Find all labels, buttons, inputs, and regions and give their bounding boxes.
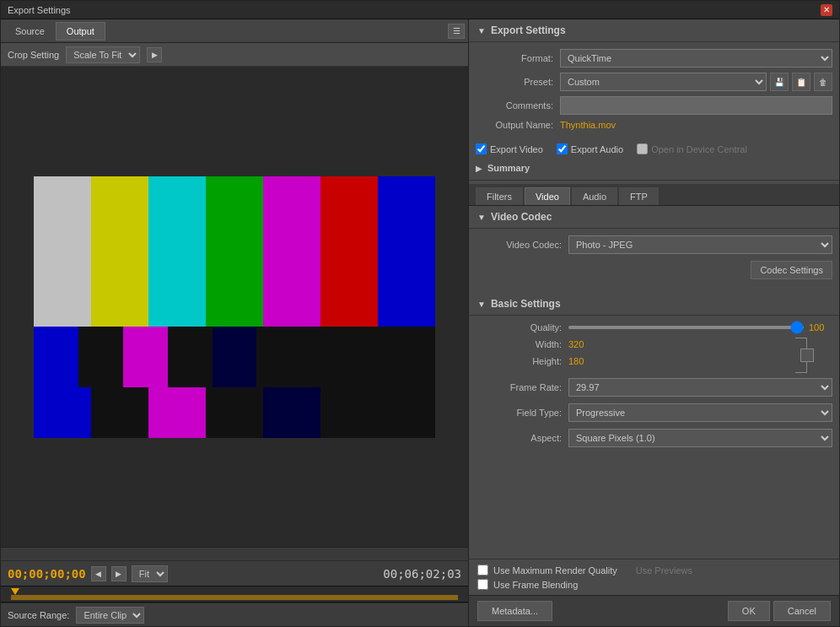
preview-area xyxy=(1,67,468,547)
video-codec-label: Video Codec: xyxy=(476,240,568,250)
max-render-input[interactable] xyxy=(477,565,488,576)
basic-settings-section-header[interactable]: ▼ Basic Settings xyxy=(469,293,839,316)
preset-label: Preset: xyxy=(476,77,560,87)
height-value[interactable]: 180 xyxy=(568,356,584,366)
preset-select[interactable]: Custom xyxy=(560,73,767,91)
video-codec-section-header[interactable]: ▼ Video Codec xyxy=(469,206,839,229)
preset-control: Custom 💾 📋 🗑 xyxy=(560,73,832,91)
tab-audio[interactable]: Audio xyxy=(572,187,617,205)
bar-b3 xyxy=(123,327,168,386)
bar-vb-combo xyxy=(263,387,320,438)
close-button[interactable]: ✕ xyxy=(821,4,832,16)
basic-settings-content: Quality: 100 Width: 320 xyxy=(469,316,839,461)
format-select[interactable]: QuickTime xyxy=(560,49,832,68)
summary-section[interactable]: ▶ Summary xyxy=(469,159,839,176)
tab-source[interactable]: Source xyxy=(4,22,56,41)
summary-label: Summary xyxy=(487,163,530,173)
output-name-value[interactable]: Thynthia.mov xyxy=(560,120,616,130)
bar-b2 xyxy=(78,327,123,386)
crop-bar: Crop Setting Scale To Fit ▶ xyxy=(1,43,468,67)
playhead-bar[interactable] xyxy=(1,586,468,603)
video-codec-arrow: ▼ xyxy=(477,213,486,222)
right-panel: ▼ Export Settings Format: QuickTime xyxy=(469,19,839,626)
source-range-select[interactable]: Entire Clip xyxy=(76,607,144,624)
export-audio-checkbox[interactable]: Export Audio xyxy=(557,143,623,154)
bar-blue xyxy=(378,176,435,327)
fit-select[interactable]: Fit xyxy=(132,565,168,582)
bottom-checkboxes: Use Maximum Render Quality Use Previews … xyxy=(469,559,839,595)
settings-form: Format: QuickTime Preset: Custom xyxy=(469,42,839,142)
export-settings-header: ▼ Export Settings xyxy=(469,19,839,42)
source-range-bar: Source Range: Entire Clip xyxy=(1,603,468,626)
export-video-label: Export Video xyxy=(490,144,543,154)
nav-prev-button[interactable]: ◀ xyxy=(91,566,106,581)
preset-save-button[interactable]: 💾 xyxy=(770,73,789,91)
nav-next-button[interactable]: ▶ xyxy=(111,566,127,581)
tab-video[interactable]: Video xyxy=(525,187,570,205)
timecode-end: 00;06;02;03 xyxy=(383,567,461,581)
metadata-button[interactable]: Metadata... xyxy=(477,601,552,621)
comments-input[interactable] xyxy=(560,96,832,115)
tab-ftp[interactable]: FTP xyxy=(619,187,659,205)
crop-action-button[interactable]: ▶ xyxy=(147,47,162,62)
preset-delete-button[interactable]: 🗑 xyxy=(814,73,832,91)
quality-value: 100 xyxy=(809,322,832,332)
use-previews-label: Use Previews xyxy=(636,565,692,576)
frame-rate-row: Frame Rate: 29.97 xyxy=(476,378,832,397)
left-panel: Source Output ☰ Crop Setting Scale To Fi… xyxy=(1,19,469,626)
crop-select[interactable]: Scale To Fit xyxy=(66,46,140,63)
preset-copy-button[interactable]: 📋 xyxy=(792,73,810,91)
width-row: Width: 320 xyxy=(476,339,832,349)
comments-label: Comments: xyxy=(476,100,560,111)
basic-settings-arrow: ▼ xyxy=(477,300,486,309)
comments-row: Comments: xyxy=(476,96,832,115)
bar-magenta xyxy=(263,176,320,327)
quality-label: Quality: xyxy=(476,322,568,332)
scrollable-content: ▼ Video Codec Video Codec: Photo - JPEG … xyxy=(469,206,839,559)
width-value[interactable]: 320 xyxy=(568,339,584,349)
bars-top xyxy=(34,176,435,327)
quality-slider[interactable] xyxy=(568,326,804,329)
source-range-label: Source Range: xyxy=(8,610,69,620)
bar-b9 xyxy=(390,327,435,386)
action-bar: Metadata... OK Cancel xyxy=(469,595,839,626)
field-type-select[interactable]: Progressive xyxy=(568,403,832,422)
content-area: Source Output ☰ Crop Setting Scale To Fi… xyxy=(1,19,839,626)
export-settings-arrow[interactable]: ▼ xyxy=(477,26,486,35)
frame-blending-input[interactable] xyxy=(477,579,488,590)
cancel-button[interactable]: Cancel xyxy=(773,601,831,621)
field-type-label: Field Type: xyxy=(476,408,568,418)
link-box[interactable] xyxy=(800,349,814,362)
open-device-label: Open in Device Central xyxy=(651,144,747,154)
tab-filters[interactable]: Filters xyxy=(476,187,523,205)
preset-row: Preset: Custom 💾 📋 🗑 xyxy=(476,73,832,91)
output-name-label: Output Name: xyxy=(476,120,560,130)
aspect-select[interactable]: Square Pixels (1.0) xyxy=(568,429,832,447)
max-render-label: Use Maximum Render Quality xyxy=(493,565,617,576)
tabs-menu-button[interactable]: ☰ xyxy=(448,24,465,39)
open-device-central-checkbox[interactable]: Open in Device Central xyxy=(637,143,747,154)
quality-row: Quality: 100 xyxy=(476,322,832,332)
export-audio-input[interactable] xyxy=(557,143,568,154)
width-label: Width: xyxy=(476,339,568,349)
divider xyxy=(469,180,839,181)
tab-output[interactable]: Output xyxy=(56,22,105,41)
export-video-input[interactable] xyxy=(476,143,487,154)
video-codec-select[interactable]: Photo - JPEG xyxy=(568,235,832,254)
format-control: QuickTime xyxy=(560,49,832,68)
basic-settings-title: Basic Settings xyxy=(491,298,561,310)
action-buttons-right: OK Cancel xyxy=(728,601,831,621)
frame-rate-select[interactable]: 29.97 xyxy=(568,378,832,397)
bar-b4 xyxy=(168,327,213,386)
max-render-checkbox-row: Use Maximum Render Quality Use Previews xyxy=(477,565,831,576)
format-label: Format: xyxy=(476,53,560,63)
crop-label: Crop Setting xyxy=(8,50,59,60)
bar-green xyxy=(206,176,263,327)
codec-settings-button[interactable]: Codec Settings xyxy=(751,261,832,279)
export-video-checkbox[interactable]: Export Video xyxy=(476,143,543,154)
bar-red xyxy=(320,176,378,327)
bar-vb6 xyxy=(320,387,378,438)
ok-button[interactable]: OK xyxy=(728,601,770,621)
bar-vb7 xyxy=(378,387,435,438)
horizontal-scrollbar[interactable] xyxy=(1,547,468,560)
